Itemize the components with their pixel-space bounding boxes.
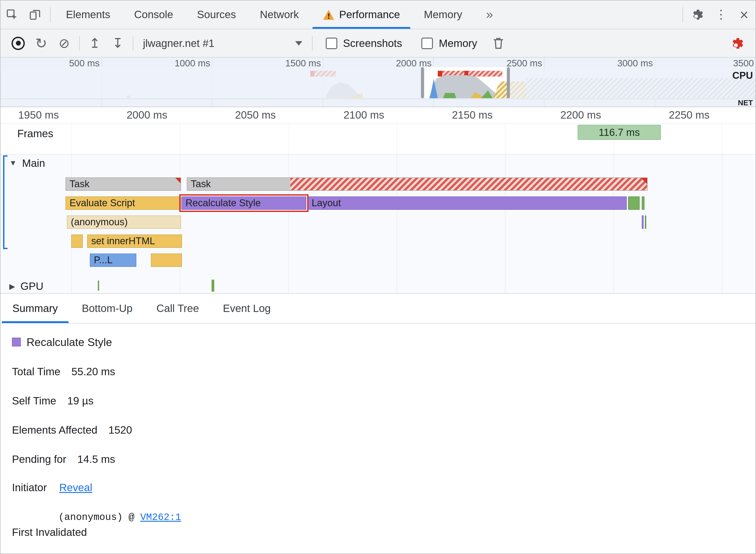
memory-checkbox[interactable]: Memory (422, 37, 477, 49)
ruler-time-label: 1950 ms (1, 109, 59, 121)
summary-title: Recalculate Style (26, 336, 112, 348)
timeline-ruler[interactable]: 1950 ms 2000 ms 2050 ms 2100 ms 2150 ms … (0, 107, 756, 124)
overview-time-label: 2500 ms (489, 58, 542, 68)
tab-call-tree[interactable]: Call Tree (145, 294, 211, 323)
gpu-track-label: GPU (20, 280, 43, 292)
overview-time-label: 1000 ms (157, 58, 210, 68)
flame-bar-label: set innerHTML (91, 235, 155, 246)
overview-time-label: 3500 (701, 58, 754, 68)
tab-summary-label: Summary (12, 302, 58, 315)
flame-bar-recalculate-style[interactable]: Recalculate Style (181, 197, 306, 210)
checkbox-icon (422, 37, 433, 49)
main-track: ▼ Main Task Task Evaluate Script Recalcu… (0, 155, 756, 277)
separator (683, 7, 683, 22)
trash-icon (493, 37, 504, 49)
summary-row-label: Self Time (12, 395, 56, 407)
timeline-overview[interactable]: 500 ms 1000 ms 1500 ms 2000 ms 2500 ms 3… (0, 58, 756, 107)
main-track-toggle[interactable]: ▼ Main (9, 157, 45, 169)
tab-network[interactable]: Network (248, 0, 311, 29)
summary-row-label: Total Time (12, 366, 60, 378)
warning-icon (323, 9, 335, 20)
garbage-collect-button[interactable] (487, 32, 510, 55)
stack-frame-text: (anonymous) @ (58, 512, 140, 523)
timeline-detail: 1950 ms 2000 ms 2050 ms 2100 ms 2150 ms … (0, 107, 756, 294)
frames-track-label: Frames (17, 127, 53, 140)
flame-bar-sliver[interactable] (645, 216, 646, 229)
tab-call-tree-label: Call Tree (157, 302, 199, 315)
tab-elements[interactable]: Elements (54, 0, 122, 29)
screenshots-checkbox-label: Screenshots (343, 37, 402, 49)
more-tabs-button[interactable]: » (474, 0, 505, 29)
net-row-divider (0, 99, 756, 99)
load-profile-button[interactable]: ↥ (83, 32, 106, 55)
tab-performance[interactable]: Performance (311, 0, 412, 29)
flame-bar-paint[interactable] (642, 197, 644, 210)
flame-bar-task[interactable]: Task (187, 177, 648, 191)
flame-bar-script[interactable] (71, 234, 83, 248)
save-profile-button[interactable]: ↧ (106, 32, 129, 55)
tab-event-log[interactable]: Event Log (211, 294, 283, 323)
profile-select[interactable]: jlwagner.net #1 (137, 37, 309, 49)
kebab-icon: ⋮ (715, 8, 727, 21)
upload-icon: ↥ (89, 37, 100, 50)
summary-row-value: 55.20 ms (71, 366, 115, 378)
initiator-label: Initiator (12, 482, 47, 493)
checkbox-icon (326, 37, 337, 49)
tab-console[interactable]: Console (122, 0, 185, 29)
device-toolbar-button[interactable] (23, 0, 47, 29)
inspect-element-button[interactable] (0, 0, 23, 29)
separator (312, 36, 313, 51)
summary-pane: Recalculate Style Total Time55.20 ms Sel… (0, 337, 756, 543)
close-icon: × (740, 7, 749, 22)
ruler-time-label: 2000 ms (110, 109, 167, 121)
settings-button[interactable] (687, 0, 709, 29)
initiator-reveal-link[interactable]: Reveal (59, 482, 92, 493)
kebab-menu-button[interactable]: ⋮ (709, 0, 733, 29)
device-toolbar-icon (29, 8, 41, 21)
devtools-tabbar: Elements Console Sources Network Perform… (0, 0, 756, 29)
gpu-track: ▶ GPU (0, 277, 756, 294)
stack-frame-link[interactable]: VM262:1 (140, 512, 181, 523)
screenshots-checkbox[interactable]: Screenshots (326, 37, 402, 49)
flame-bar-label: (anonymous) (71, 216, 128, 227)
flame-bar-evaluate-script[interactable]: Evaluate Script (65, 197, 181, 210)
ruler-time-label: 2250 ms (652, 109, 709, 121)
capture-settings-button[interactable] (726, 32, 749, 55)
tab-sources[interactable]: Sources (185, 0, 248, 29)
devtools-window: Elements Console Sources Network Perform… (0, 0, 756, 554)
clear-icon: ⊘ (59, 37, 70, 50)
reload-and-record-button[interactable]: ↻ (30, 32, 53, 55)
frame-duration-label: 116.7 ms (599, 126, 640, 138)
overview-left-handle[interactable] (421, 67, 424, 98)
flame-bar-script[interactable] (151, 254, 182, 267)
flame-bar-label: Evaluate Script (69, 197, 135, 208)
flame-bar-task[interactable]: Task (65, 177, 181, 191)
tab-performance-label: Performance (339, 8, 400, 21)
tab-network-label: Network (260, 8, 299, 21)
gpu-track-toggle[interactable]: ▶ GPU (9, 280, 43, 292)
flame-bar-set-innerhtml[interactable]: set innerHTML (87, 234, 182, 248)
cpu-painting-area (443, 93, 456, 98)
tab-memory[interactable]: Memory (412, 0, 474, 29)
rendering-color-swatch (12, 338, 21, 346)
flame-bar-parse-html[interactable]: P...L (90, 254, 136, 267)
flame-bar-label: Recalculate Style (185, 197, 261, 208)
flame-bar-layout[interactable]: Layout (308, 197, 627, 210)
close-devtools-button[interactable]: × (733, 0, 756, 29)
tab-bottom-up-label: Bottom-Up (82, 302, 132, 315)
tab-summary[interactable]: Summary (0, 294, 70, 323)
flame-bar-sliver[interactable] (642, 216, 644, 229)
first-invalidated-stack: (anonymous) @ VM262:1 (58, 512, 181, 523)
flame-bar-anonymous[interactable]: (anonymous) (67, 216, 181, 229)
summary-row: Pending for14.5 ms (12, 453, 756, 466)
tab-bottom-up[interactable]: Bottom-Up (70, 294, 144, 323)
overview-right-handle[interactable] (507, 67, 510, 98)
frame-duration-box[interactable]: 116.7 ms (578, 125, 661, 140)
chevron-down-icon (295, 41, 302, 45)
separator (79, 36, 80, 51)
record-button[interactable] (7, 32, 30, 55)
net-track-label: NET (738, 99, 753, 107)
flame-bar-paint[interactable] (628, 197, 640, 210)
summary-row-label: Elements Affected (12, 424, 97, 436)
clear-button[interactable]: ⊘ (53, 32, 76, 55)
